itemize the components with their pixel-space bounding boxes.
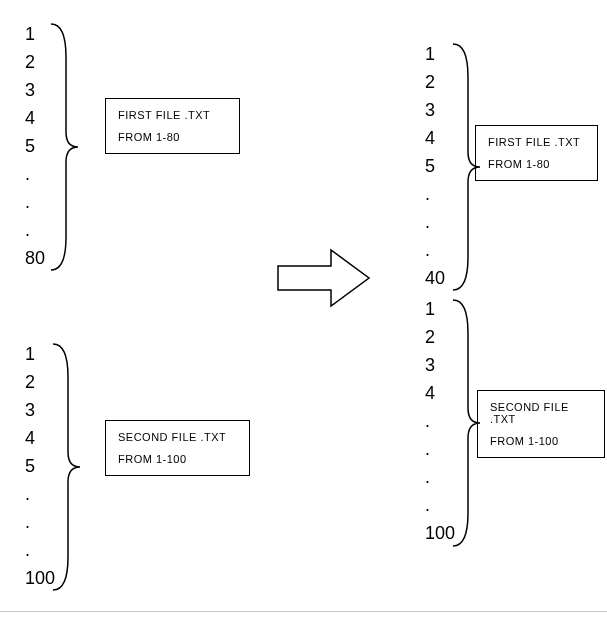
box-title: FIRST FILE .TXT: [488, 136, 585, 148]
label-box-left-second: SECOND FILE .TXT FROM 1-100: [105, 420, 250, 476]
box-title: SECOND FILE .TXT: [490, 401, 592, 425]
curly-brace-icon: [50, 342, 85, 592]
list-item: 2: [25, 53, 45, 71]
list-item: 3: [25, 81, 45, 99]
arrow-right-icon: [276, 248, 371, 308]
number-list-right-first: 1 2 3 4 5 . . . 40: [425, 45, 445, 297]
label-box-right-first: FIRST FILE .TXT FROM 1-80: [475, 125, 598, 181]
list-item: 40: [425, 269, 445, 287]
box-subtitle: FROM 1-100: [490, 435, 592, 447]
list-item: 80: [25, 249, 45, 267]
box-title: FIRST FILE .TXT: [118, 109, 227, 121]
list-item: 5: [25, 137, 45, 155]
box-subtitle: FROM 1-80: [488, 158, 585, 170]
list-item: 1: [425, 45, 445, 63]
list-item: .: [25, 221, 45, 239]
list-item: 3: [425, 101, 445, 119]
curly-brace-icon: [48, 22, 83, 272]
list-item: 5: [425, 157, 445, 175]
list-item: .: [425, 185, 445, 203]
label-box-left-first: FIRST FILE .TXT FROM 1-80: [105, 98, 240, 154]
box-subtitle: FROM 1-100: [118, 453, 237, 465]
list-item: .: [25, 165, 45, 183]
divider-line: [0, 611, 607, 612]
list-item: 2: [425, 73, 445, 91]
list-item: 4: [425, 129, 445, 147]
list-item: .: [25, 193, 45, 211]
list-item: .: [425, 213, 445, 231]
box-title: SECOND FILE .TXT: [118, 431, 237, 443]
list-item: 4: [25, 109, 45, 127]
box-subtitle: FROM 1-80: [118, 131, 227, 143]
list-item: .: [425, 241, 445, 259]
number-list-left-first: 1 2 3 4 5 . . . 80: [25, 25, 45, 277]
label-box-right-second: SECOND FILE .TXT FROM 1-100: [477, 390, 605, 458]
list-item: 1: [25, 25, 45, 43]
